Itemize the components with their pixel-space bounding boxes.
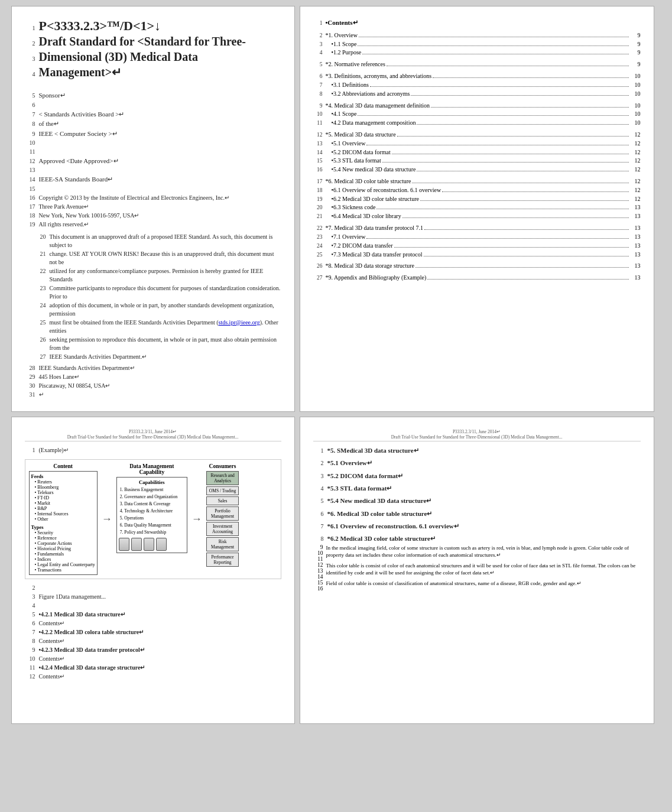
line-num-17: 17 — [25, 203, 35, 211]
para-block-3: 15 16 Field of color table is consist of… — [313, 580, 641, 592]
approved-date: Approved <Date Approved>↵ — [39, 157, 281, 165]
line-num-24: 24 — [35, 301, 46, 310]
toc-entry-medical7: 22 *7. Medical 3D data transfer protocol… — [313, 224, 641, 232]
contents-423: Contents↵ — [39, 655, 281, 663]
bottom-row: P3333.2.3/11, June 2014↵ Draft Trial-Use… — [11, 417, 661, 724]
line-num-28: 28 — [25, 364, 35, 372]
line-13: 13 — [25, 166, 281, 174]
line-num-13: 13 — [25, 166, 35, 174]
line-25: 25 must first be obtained from the IEEE … — [35, 319, 281, 335]
arrow-1: → — [100, 513, 114, 525]
toc-entry-41scope: 10 • 4.1 Scope 10 — [313, 110, 641, 118]
section-6: *6. Medical 3D color table structure↵ — [327, 509, 641, 518]
toc-entry-def31: 7 • 3.1 Definitions 10 — [313, 81, 641, 89]
line-num-22: 22 — [35, 267, 46, 275]
line-num-10: 10 — [25, 139, 35, 147]
toc-entry-normative: 5 *2. Normative references 9 — [313, 60, 641, 69]
bl-line-5: 5 •4.2.1 Medical 3D data structure↵ — [25, 610, 281, 619]
line-14: 14 IEEE-SA Standards Board↵ — [25, 175, 281, 184]
line-num-21: 21 — [35, 250, 46, 258]
br-line-1: 1 *5. SMedical 3D data structure↵ — [313, 446, 641, 455]
line-29: 29 445 Hoes Lane↵ — [25, 373, 281, 381]
address1: Three Park Avenue↵ — [39, 203, 281, 211]
data-management-diagram: Content Feeds • Reuters • Bloomberg • Te… — [25, 459, 281, 579]
contents-421: Contents↵ — [39, 619, 281, 628]
section-53: *5.3 STL data format↵ — [327, 484, 641, 493]
line-27: 27 IEEE Standards Activities Department.… — [35, 353, 281, 361]
consumer-performance: PerformanceReporting — [206, 553, 239, 567]
section-423: •4.2.3 Medical 3D data transfer protocol… — [39, 646, 281, 654]
toc-text-medical5: *5. Medical 3D data structure — [326, 131, 396, 139]
db-icon-3 — [144, 538, 154, 551]
paragraph-block: 20 This document is an unapproved draft … — [25, 233, 281, 362]
copyright: Copyright © 2013 by the Institute of Ele… — [39, 194, 281, 202]
para-field-text: Field of color table is consist of class… — [326, 580, 582, 592]
of-the: of the↵ — [39, 119, 281, 128]
section-422: •4.2.2 Medical 3D colora table structure… — [39, 628, 281, 636]
bl-line-10: 10 Contents↵ — [25, 655, 281, 663]
address2: New York, New York 10016-5997, USA↵ — [39, 212, 281, 220]
top-row: 1 P<3333.2.3>™/D<1>↓ 2 Draft Standard fo… — [11, 6, 661, 412]
br-line-2: 2 *5.1 Overview↵ — [313, 459, 641, 467]
bl-line-9: 9 •4.2.3 Medical 3D data transfer protoc… — [25, 646, 281, 654]
db-icon-1 — [119, 538, 129, 551]
line-5: 5 Sponsor↵ — [25, 91, 281, 100]
para-block-2: 12 13 14 This color table is consist of … — [313, 562, 641, 580]
contents-422: Contents↵ — [39, 637, 281, 645]
toc-header-line: 1 •Contents↵ — [313, 18, 641, 27]
line-2: 2 Draft Standard for <Standard for Three… — [25, 34, 281, 49]
bottom-left-header: P3333.2.3/11, June 2014↵ Draft Trial-Use… — [25, 429, 281, 441]
line-num-19: 19 — [25, 220, 35, 229]
toc-text-medical4: *4. Medical 3D data management definitio… — [326, 102, 430, 110]
bl-line-3: 3 Figure 1Data management... — [25, 593, 281, 601]
line-15: 15 — [25, 185, 281, 193]
consumer-oms: OMS / Trading — [206, 486, 239, 495]
section-51: *5.1 Overview↵ — [327, 459, 641, 467]
all-rights: All rights reserved.↵ — [39, 220, 281, 229]
line-12: 12 Approved <Date Approved>↵ — [25, 157, 281, 165]
line-26: 26 seeking permission to reproduce this … — [35, 336, 281, 352]
title-sub-2: Dimensional (3D) Medical Data — [39, 50, 281, 64]
line-31: 31 ↵ — [25, 391, 281, 399]
line-num-26: 26 — [35, 336, 46, 344]
line-11: 11 — [25, 148, 281, 156]
line-6: 6 — [25, 101, 281, 109]
line-num-3: 3 — [25, 55, 35, 63]
email-link[interactable]: stds.ipr@ieee.org — [219, 319, 260, 326]
title-main: P<3333.2.3>™/D<1>↓ — [39, 18, 281, 34]
toc-entry-definitions: 6 *3. Definitions, acronyms, and abbrevi… — [313, 72, 641, 80]
ieee-sa: IEEE-SA Standards Board↵ — [39, 175, 281, 184]
line-23: 23 Committee participants to reproduce t… — [35, 284, 281, 301]
br-line-7: 7 *6.1 Overview of reconstruction. 6.1 o… — [313, 522, 641, 531]
line-num-13: 13 — [313, 568, 326, 574]
line-num-14: 14 — [313, 574, 326, 580]
line-num-4: 4 — [25, 70, 35, 79]
toc-entry-72: 24 • 7.2 DICOM data transfer 13 — [313, 242, 641, 250]
line-16: 16 Copyright © 2013 by the Institute of … — [25, 194, 281, 202]
consumer-sales: Sales — [206, 496, 239, 505]
toc-text-scope: 1.1 Scope — [333, 40, 356, 48]
diagram-row: Content Feeds • Reuters • Bloomberg • Te… — [29, 463, 277, 575]
line-8: 8 of the↵ — [25, 119, 281, 128]
toc-entry-52: 14 • 5.2 DICOM data format 12 — [313, 148, 641, 157]
toc-text-def32: 3.2 Abbreviations and acronyms — [333, 90, 410, 98]
toc-text-def31: 3.1 Definitions — [333, 81, 369, 89]
dept-addr2: Piscataway, NJ 08854, USA↵ — [39, 382, 281, 390]
line-19: 19 All rights reserved.↵ — [25, 220, 281, 229]
line-3: 3 Dimensional (3D) Medical Data — [25, 50, 281, 64]
toc-entry-73: 25 • 7.3 Medical 3D data transfer protoc… — [313, 251, 641, 259]
toc-entry-53: 15 • 5.3 STL data format 12 — [313, 157, 641, 165]
toc-entry-61: 18 • 6.1 Overview of reconstruction. 6.1… — [313, 186, 641, 194]
line-num-16: 16 — [25, 194, 35, 202]
section-62: *6.2 Medical 3D color table structure↵ — [327, 534, 641, 543]
br-line-3: 3 *5.2 DICOM data format↵ — [313, 472, 641, 480]
toc-text-overview: *1. Overview — [326, 31, 358, 40]
line-num-2: 2 — [25, 40, 35, 48]
toc-text-41scope: 4.1 Scope — [333, 110, 356, 118]
toc-entry-purpose: 4 • 1.2 Purpose 9 — [313, 48, 641, 57]
section-54: *5.4 New medical 3D data structure↵ — [327, 496, 641, 505]
toc-entry-54: 16 • 5.4 New medical 3D data structure 1… — [313, 165, 641, 174]
consumer-portfolio: PortfolioManagement — [206, 506, 239, 521]
line-num-20: 20 — [35, 233, 46, 241]
line-21: 21 change. USE AT YOUR OWN RISK! Because… — [35, 250, 281, 267]
